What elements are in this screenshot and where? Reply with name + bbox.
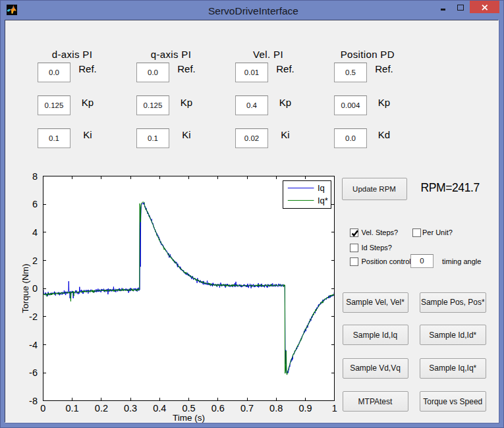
svg-text:Torque (Nm): Torque (Nm): [20, 263, 30, 313]
svg-text:0.8: 0.8: [269, 403, 283, 414]
svg-text:0.7: 0.7: [240, 403, 254, 414]
svg-text:Iq*: Iq*: [318, 196, 328, 205]
svg-text:Time (s): Time (s): [173, 413, 205, 423]
svg-text:Iq: Iq: [318, 183, 325, 193]
svg-text:0.9: 0.9: [298, 403, 312, 414]
svg-text:-8: -8: [29, 396, 38, 406]
svg-text:-4: -4: [29, 340, 38, 350]
svg-text:-6: -6: [29, 367, 38, 378]
svg-text:0.4: 0.4: [153, 403, 166, 414]
svg-text:0.6: 0.6: [211, 403, 225, 414]
svg-text:0.5: 0.5: [182, 403, 196, 414]
svg-text:-2: -2: [29, 311, 38, 322]
svg-text:0: 0: [32, 283, 38, 294]
svg-text:4: 4: [32, 227, 38, 238]
svg-text:0.3: 0.3: [124, 403, 137, 414]
svg-text:0: 0: [40, 403, 45, 414]
svg-text:1: 1: [332, 403, 337, 414]
svg-text:8: 8: [32, 171, 38, 182]
svg-text:6: 6: [32, 199, 38, 209]
svg-text:2: 2: [32, 255, 38, 266]
svg-text:0.2: 0.2: [95, 403, 108, 414]
svg-text:0.1: 0.1: [66, 403, 79, 414]
